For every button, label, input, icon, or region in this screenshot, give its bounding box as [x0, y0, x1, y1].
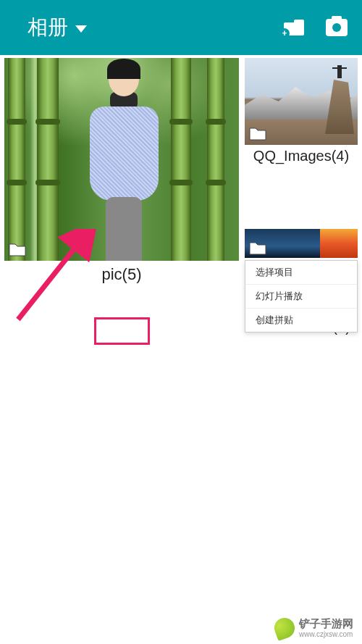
- add-folder-icon[interactable]: +: [284, 20, 304, 35]
- album-label: pic(5): [4, 261, 239, 288]
- watermark-name: 铲子手游网: [299, 618, 353, 630]
- annotation-highlight-box: pic(5): [94, 317, 150, 345]
- album-thumbnail: [245, 58, 358, 145]
- menu-item-slideshow[interactable]: 幻灯片播放: [245, 285, 357, 309]
- album-dropdown[interactable]: 相册: [28, 14, 87, 41]
- album-thumbnail: [4, 58, 239, 261]
- dropdown-arrow-icon: [75, 25, 87, 33]
- folder-badge-icon: [9, 243, 26, 256]
- context-menu: 选择项目 幻灯片播放 创建拼贴: [245, 260, 358, 333]
- watermark-logo-icon: [272, 615, 298, 641]
- folder-badge-icon: [249, 242, 266, 255]
- watermark-url: www.czjxsw.com: [299, 630, 353, 638]
- album-item-pic[interactable]: pic(5): [4, 58, 239, 288]
- header-actions: +: [284, 19, 348, 36]
- albums-grid: pic(5) QQ_Images(4) Screenshots(8) 选择项目 …: [0, 55, 362, 61]
- camera-icon[interactable]: [326, 19, 348, 36]
- album-label: QQ_Images(4): [245, 145, 358, 167]
- watermark: 铲子手游网 www.czjxsw.com: [274, 618, 353, 638]
- album-item-qq-images[interactable]: QQ_Images(4): [245, 58, 358, 167]
- app-header: 相册 +: [0, 0, 362, 55]
- folder-badge-icon: [249, 127, 266, 141]
- header-title-text: 相册: [28, 14, 68, 41]
- menu-item-collage[interactable]: 创建拼贴: [245, 309, 357, 332]
- menu-item-select[interactable]: 选择项目: [245, 261, 357, 285]
